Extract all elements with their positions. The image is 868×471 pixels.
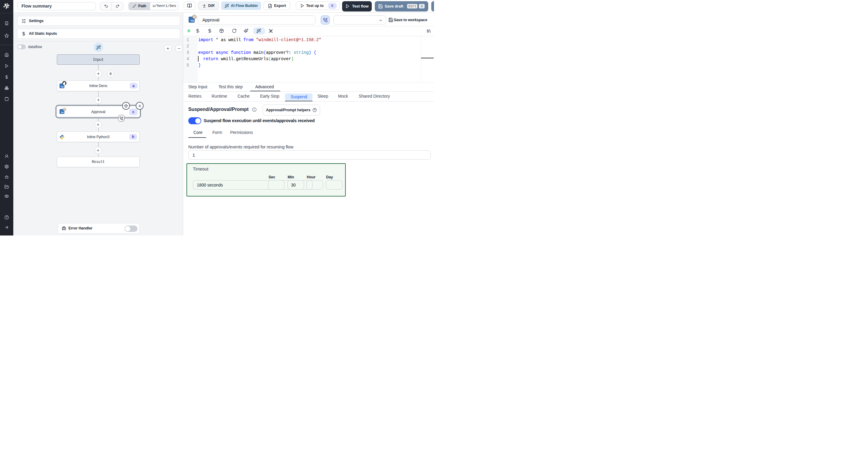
- svg-text:TS: TS: [190, 19, 194, 22]
